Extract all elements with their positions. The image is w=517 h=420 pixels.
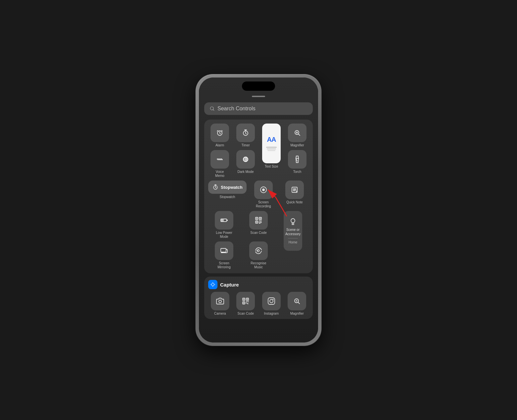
alarm-control[interactable]: Alarm: [208, 124, 231, 147]
magnifier2-label: Magnifier: [290, 312, 304, 316]
screen-recording-icon: [259, 186, 267, 194]
shazam-icon-wrap: [249, 241, 268, 260]
svg-rect-31: [243, 302, 244, 303]
svg-line-5: [299, 134, 300, 135]
scene-divider: [288, 238, 298, 238]
quick-note-control[interactable]: Quick Note: [280, 181, 309, 208]
svg-point-13: [262, 188, 265, 191]
dynamic-island: [242, 81, 275, 91]
scan-code2-icon-wrap: [236, 292, 255, 310]
svg-line-36: [298, 302, 300, 304]
quick-note-icon: [291, 186, 299, 194]
camera-label: Camera: [214, 312, 226, 316]
magnifier2-icon-wrap: [288, 292, 306, 310]
timer-icon: [242, 129, 250, 137]
text-size-slider-bg: [266, 147, 277, 148]
stopwatch-icon-wrap: Stopwatch: [208, 181, 247, 194]
search-bar[interactable]: Search Controls: [204, 102, 313, 115]
screen-mirroring-control[interactable]: Screen Mirroring: [208, 241, 240, 269]
voice-memo-label: Voice Memo: [215, 170, 224, 178]
dark-mode-control[interactable]: Dark Mode: [234, 150, 257, 178]
screen-recording-label: Screen Recording: [256, 200, 271, 208]
scene-home-control[interactable]: Scene orAccessory Home: [277, 211, 309, 269]
capture-badge: [208, 280, 217, 289]
text-size-control[interactable]: AA Text Size: [260, 124, 283, 178]
capture-title: Capture: [220, 282, 239, 288]
low-power-label: Low Power Mode: [216, 231, 232, 239]
scene-label: Scene orAccessory: [285, 228, 301, 236]
magnifier-control[interactable]: Magnifier: [286, 124, 309, 147]
scan-code2-icon: [242, 297, 250, 305]
timer-icon-wrap: [236, 124, 255, 142]
quick-note-label: Quick Note: [286, 200, 303, 204]
instagram-icon-wrap: [262, 292, 281, 310]
screen-recording-control[interactable]: Screen Recording: [249, 181, 278, 208]
text-size-slider2: [267, 150, 275, 151]
scan-code-icon-wrap: [249, 211, 268, 230]
low-power-icon-wrap: [215, 211, 233, 230]
text-size-slider: [267, 148, 276, 149]
torch-label: Torch: [293, 170, 301, 174]
svg-rect-23: [221, 248, 226, 252]
svg-line-1: [213, 110, 214, 111]
stopwatch-inner-label: Stopwatch: [221, 185, 243, 190]
stopwatch-label: Stopwatch: [220, 195, 235, 199]
svg-rect-30: [247, 299, 248, 300]
camera-icon-wrap: [211, 292, 229, 310]
quick-note-icon-wrap: [285, 181, 304, 199]
dark-mode-icon: [242, 155, 250, 163]
phone-frame: Search Controls: [196, 74, 321, 346]
recognise-music-label: Recognise Music: [251, 261, 266, 269]
dark-mode-label: Dark Mode: [238, 170, 254, 174]
svg-point-33: [270, 299, 273, 303]
alarm-label: Alarm: [215, 143, 224, 147]
torch-control[interactable]: Torch: [286, 150, 309, 178]
camera-capture[interactable]: Camera: [208, 292, 232, 316]
screen-mirroring-label: Screen Mirroring: [217, 261, 230, 269]
timer-control[interactable]: Timer: [234, 124, 257, 147]
magnifier2-icon: [293, 297, 301, 305]
phone-inner: Search Controls: [199, 78, 318, 342]
voice-memo-control[interactable]: Voice Memo: [208, 150, 231, 178]
screen-content: Search Controls: [199, 78, 318, 342]
screen: Search Controls: [199, 78, 318, 342]
camera-icon: [216, 297, 224, 305]
alarm-icon: [216, 129, 224, 137]
dark-mode-icon-wrap: [236, 150, 255, 169]
scan-code-control[interactable]: Scan Code: [243, 211, 274, 239]
scene-home-icon-wrap: Scene orAccessory Home: [284, 211, 302, 251]
svg-point-34: [273, 299, 274, 300]
svg-rect-16: [221, 219, 224, 221]
magnifier-icon: [293, 129, 301, 137]
capture-badge-icon: [210, 282, 215, 287]
search-icon: [210, 106, 215, 111]
svg-point-24: [212, 283, 214, 286]
search-placeholder: Search Controls: [217, 106, 256, 112]
instagram-capture[interactable]: Instagram: [259, 292, 283, 316]
low-power-control[interactable]: Low Power Mode: [208, 211, 240, 239]
alarm-icon-wrap: [211, 124, 229, 142]
scan-code-label: Scan Code: [250, 231, 266, 235]
instagram-label: Instagram: [264, 312, 279, 316]
controls-section: Alarm Timer: [204, 120, 313, 273]
scan-code-icon: [255, 216, 262, 224]
scan-code2-label: Scan Code: [238, 312, 254, 316]
magnifier-label: Magnifier: [290, 143, 304, 147]
svg-rect-22: [256, 222, 257, 223]
text-size-aa: AA: [267, 136, 276, 143]
stopwatch-icon: [212, 184, 219, 190]
torch-icon-wrap: [288, 150, 306, 169]
recognise-music-control[interactable]: Recognise Music: [243, 241, 274, 269]
screen-mirroring-icon-wrap: [215, 241, 233, 260]
capture-section: Capture Camera: [204, 277, 313, 319]
magnifier-capture[interactable]: Magnifier: [285, 292, 309, 316]
torch-icon: [293, 155, 301, 163]
svg-rect-20: [256, 218, 257, 219]
svg-rect-21: [260, 218, 261, 219]
capture-header: Capture: [208, 280, 309, 289]
stopwatch-control[interactable]: Stopwatch Stopwatch: [208, 181, 247, 208]
text-size-icon-wrap: AA: [262, 124, 281, 163]
scan-code-capture[interactable]: Scan Code: [234, 292, 258, 316]
screen-recording-icon-wrap: [254, 181, 273, 199]
voice-memo-icon: [216, 155, 224, 163]
